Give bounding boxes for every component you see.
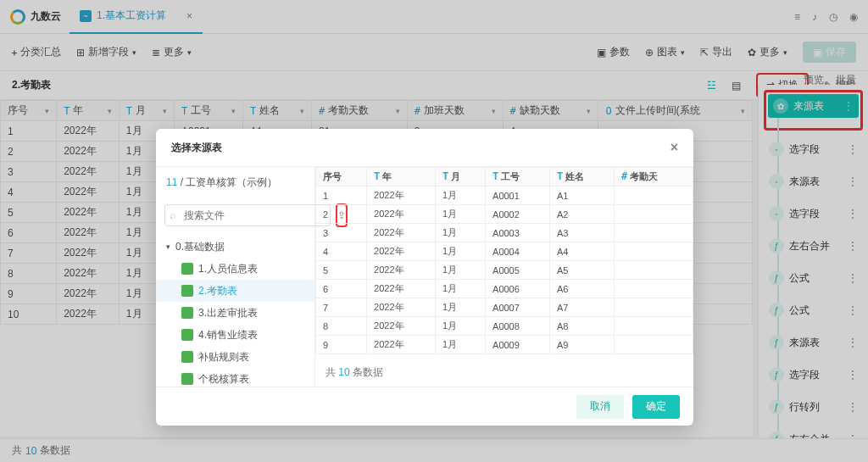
col-header[interactable]: T 姓名 — [550, 168, 615, 186]
cancel-button[interactable]: 取消 — [576, 395, 624, 419]
col-header[interactable]: T 年 — [367, 168, 436, 186]
tree-file[interactable]: 个税核算表 — [156, 368, 314, 387]
preview-table: 序号T 年T 月T 工号T 姓名# 考勤天12022年1月A0001A12202… — [315, 167, 693, 359]
col-header[interactable]: T 月 — [436, 168, 486, 186]
table-icon — [181, 351, 193, 363]
col-header[interactable]: T 工号 — [486, 168, 550, 186]
table-icon — [181, 307, 193, 319]
tree-folder[interactable]: ▾0.基础数据 — [156, 236, 314, 258]
tree-file[interactable]: 1.人员信息表 — [156, 258, 314, 280]
modal-left-panel: 11 / 工资单核算（示例） ⌕ ⇪ ▾0.基础数据1.人员信息表2.考勤表3.… — [156, 167, 315, 387]
table-row[interactable]: 42022年1月A0004A4 — [316, 242, 693, 261]
ok-button[interactable]: 确定 — [632, 395, 680, 419]
modal-right-panel: 序号T 年T 月T 工号T 姓名# 考勤天12022年1月A0001A12202… — [315, 167, 693, 387]
modal-header: 选择来源表 × — [156, 129, 693, 166]
tree-file[interactable]: 3.出差审批表 — [156, 302, 314, 324]
table-row[interactable]: 82022年1月A0008A8 — [316, 317, 693, 336]
table-row[interactable]: 52022年1月A0005A5 — [316, 261, 693, 280]
tree-file[interactable]: 2.考勤表 — [156, 280, 314, 302]
table-row[interactable]: 22022年1月A0002A2 — [316, 205, 693, 224]
close-icon[interactable]: × — [670, 140, 678, 155]
tree-file[interactable]: 4.销售业绩表 — [156, 324, 314, 346]
table-row[interactable]: 72022年1月A0007A7 — [316, 298, 693, 317]
search-icon: ⌕ — [170, 209, 175, 221]
tree-file[interactable]: 补贴规则表 — [156, 346, 314, 368]
col-header[interactable]: # 考勤天 — [615, 168, 693, 186]
search-input[interactable] — [164, 204, 331, 226]
breadcrumb[interactable]: 11 / 工资单核算（示例） — [156, 167, 314, 198]
table-row[interactable]: 32022年1月A0003A3 — [316, 224, 693, 242]
table-row[interactable]: 92022年1月A0009A9 — [316, 336, 693, 354]
table-icon — [181, 263, 193, 275]
chevron-down-icon: ▾ — [166, 242, 170, 251]
file-tree: ▾0.基础数据1.人员信息表2.考勤表3.出差审批表4.销售业绩表补贴规则表个税… — [156, 232, 314, 387]
table-row[interactable]: 62022年1月A0006A6 — [316, 280, 693, 298]
modal-title: 选择来源表 — [171, 141, 222, 155]
table-icon — [181, 285, 193, 297]
source-table-modal: 选择来源表 × 11 / 工资单核算（示例） ⌕ ⇪ ▾0.基础数据1.人员信息… — [156, 129, 693, 426]
col-header[interactable]: 序号 — [316, 168, 367, 186]
modal-footer: 取消 确定 — [156, 387, 693, 426]
preview-footer: 共 10 条数据 — [315, 359, 693, 387]
table-icon — [181, 329, 193, 341]
table-icon — [181, 373, 193, 385]
table-row[interactable]: 12022年1月A0001A1 — [316, 186, 693, 205]
